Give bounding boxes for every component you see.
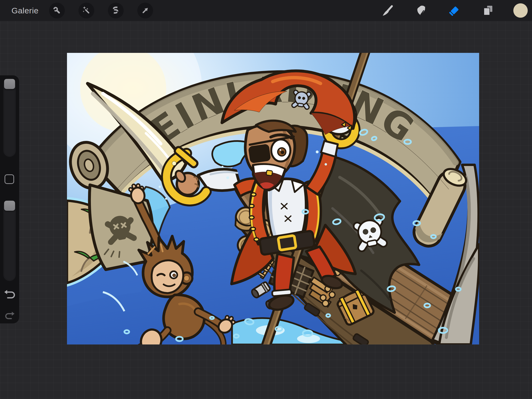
brush-size-handle[interactable]	[4, 79, 15, 89]
gallery-button[interactable]: Galerie	[12, 6, 38, 15]
eraser-icon	[448, 4, 462, 18]
brush-size-slider[interactable]	[3, 78, 16, 157]
selection-s-icon	[111, 5, 121, 16]
smudge-tool-button[interactable]	[413, 3, 429, 18]
color-swatch	[513, 3, 528, 19]
modify-button[interactable]	[5, 174, 14, 184]
magic-wand-icon	[81, 5, 92, 16]
color-swatch-button[interactable]	[513, 3, 528, 18]
top-toolbar: Galerie	[0, 0, 532, 21]
erase-tool-button[interactable]	[447, 3, 462, 18]
redo-icon	[3, 309, 16, 321]
layers-button[interactable]	[480, 3, 496, 18]
opacity-slider[interactable]	[3, 200, 16, 281]
actions-button[interactable]	[49, 3, 65, 19]
undo-icon	[3, 287, 16, 301]
layers-icon	[481, 4, 495, 18]
selection-button[interactable]	[108, 3, 124, 19]
transform-button[interactable]	[137, 3, 153, 19]
opacity-handle[interactable]	[4, 201, 15, 211]
drawing-canvas[interactable]: EINLADUNG	[67, 53, 479, 344]
redo-button[interactable]	[3, 309, 16, 321]
smudge-finger-icon	[414, 4, 428, 18]
wrench-icon	[52, 5, 62, 16]
transform-arrow-icon	[140, 5, 151, 16]
paint-tool-button[interactable]	[380, 3, 395, 18]
side-toolbar	[0, 75, 19, 323]
adjustments-button[interactable]	[78, 3, 94, 19]
paintbrush-icon	[380, 4, 394, 18]
procreate-app: EINLADUNG	[0, 0, 532, 399]
undo-button[interactable]	[3, 287, 16, 301]
